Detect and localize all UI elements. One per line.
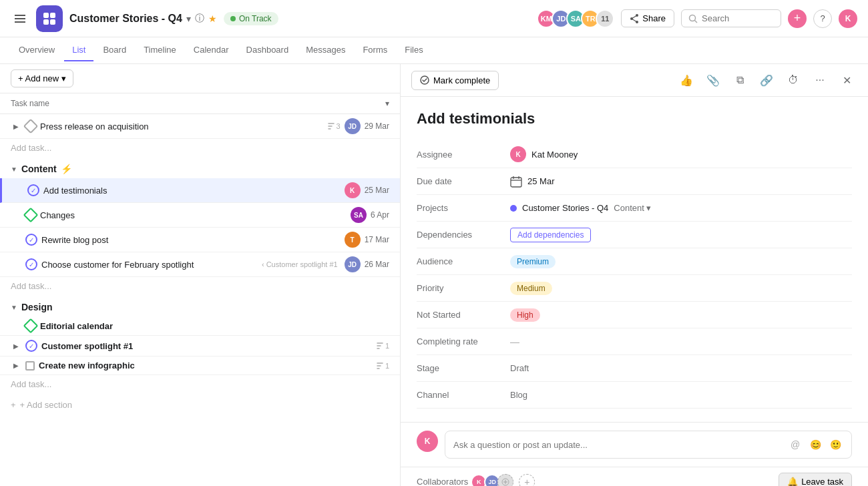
share-button[interactable]: Share [621, 9, 674, 27]
project-section[interactable]: Content ▾ [614, 203, 651, 213]
svg-rect-0 [15, 15, 25, 16]
tab-overview[interactable]: Overview [11, 39, 63, 61]
add-collaborator-button[interactable]: + [519, 474, 535, 487]
add-new-button[interactable]: + Add new ▾ [11, 69, 73, 87]
not-started-field: Not Started High [417, 302, 852, 328]
task-check-box[interactable] [25, 361, 35, 371]
tab-list[interactable]: List [64, 39, 93, 61]
tab-dashboard[interactable]: Dashboard [238, 39, 297, 61]
add-task-row[interactable]: Add task... [0, 139, 400, 157]
expand-icon[interactable]: ▶ [11, 362, 21, 369]
expand-icon[interactable]: ▶ [11, 342, 21, 350]
tab-board[interactable]: Board [95, 39, 134, 61]
close-button[interactable]: ✕ [836, 69, 857, 91]
task-check[interactable] [23, 119, 39, 134]
collaborators-row: Collaborators K JD + 🔔 Leave task [401, 467, 868, 486]
section-toggle[interactable]: ▼ [11, 166, 17, 173]
thumbs-up-button[interactable]: 👍 [676, 69, 697, 91]
add-dependencies-button[interactable]: Add dependencies [510, 228, 591, 242]
tab-timeline[interactable]: Timeline [136, 39, 184, 61]
more-button[interactable]: ··· [809, 69, 831, 91]
copy-button[interactable]: ⧉ [729, 69, 750, 91]
task-check[interactable] [27, 184, 39, 196]
add-section-button[interactable]: + + Add section [0, 393, 400, 417]
comment-input[interactable] [453, 440, 782, 450]
task-check-diamond[interactable] [23, 208, 39, 223]
tab-forms[interactable]: Forms [355, 39, 395, 61]
audience-field: Audience Premium [417, 248, 852, 275]
section-badge: ⚡ [61, 164, 72, 174]
not-started-label: Not Started [417, 310, 510, 320]
task-row[interactable]: ▶ Create new infographic 1 [0, 356, 400, 375]
link-button[interactable]: 🔗 [756, 69, 777, 91]
chevron-down-icon[interactable]: ▾ [186, 13, 191, 24]
projects-value[interactable]: Customer Stories - Q4 Content ▾ [510, 203, 852, 213]
expand-icon[interactable]: ▾ [385, 99, 389, 108]
hamburger-button[interactable] [11, 9, 29, 28]
tab-calendar[interactable]: Calendar [186, 39, 237, 61]
audience-value[interactable]: Premium [510, 255, 852, 268]
leave-task-button[interactable]: 🔔 Leave task [779, 473, 852, 486]
task-row[interactable]: Choose customer for February spotlight ‹… [0, 252, 400, 277]
search-box[interactable] [681, 9, 781, 27]
add-task-row-design[interactable]: Add task... [0, 375, 400, 393]
not-started-badge: High [510, 308, 540, 322]
section-title: Design [21, 302, 53, 312]
subtask-icon: 1 [376, 342, 389, 350]
task-assignee: SA [351, 207, 367, 223]
search-input[interactable] [702, 13, 769, 23]
task-check[interactable] [25, 234, 37, 246]
expand-icon[interactable]: ▶ [11, 123, 21, 130]
assignee-value[interactable]: K Kat Mooney [510, 146, 852, 162]
emoji-icon[interactable]: 😊 [807, 437, 823, 453]
task-date: 6 Apr [371, 210, 389, 220]
task-check[interactable] [25, 340, 37, 352]
section-toggle[interactable]: ▼ [11, 304, 17, 311]
main-content: + Add new ▾ Task name ▾ ▶ Press release … [0, 64, 868, 486]
task-check[interactable] [25, 258, 37, 270]
task-name: Add testimonials [43, 186, 341, 196]
mark-complete-button[interactable]: Mark complete [411, 71, 499, 90]
priority-badge: Medium [510, 282, 552, 295]
task-row[interactable]: ▶ Customer spotlight #1 1 [0, 336, 400, 356]
task-date: 25 Mar [365, 186, 389, 195]
task-row[interactable]: Add testimonials K 25 Mar [0, 178, 400, 203]
task-row[interactable]: Editorial calendar [0, 316, 400, 336]
at-icon[interactable]: @ [787, 437, 803, 453]
task-date: 17 Mar [365, 235, 389, 244]
task-name: Choose customer for February spotlight [41, 260, 258, 270]
status-label: On Track [239, 14, 272, 23]
add-task-row-content[interactable]: Add task... [0, 277, 400, 295]
tab-files[interactable]: Files [397, 39, 431, 61]
star-icon[interactable]: ★ [208, 13, 217, 24]
due-date-value[interactable]: 25 Mar [510, 176, 852, 188]
tab-messages[interactable]: Messages [298, 39, 353, 61]
section-header-content[interactable]: ▼ Content ⚡ [0, 157, 400, 178]
avatar-count[interactable]: 11 [596, 9, 614, 28]
channel-value[interactable]: Blog [510, 390, 852, 400]
section-header-design[interactable]: ▼ Design [0, 295, 400, 316]
stage-label: Stage [417, 363, 510, 373]
app-icon [36, 5, 63, 32]
add-button[interactable]: + [788, 9, 807, 28]
svg-rect-1 [15, 18, 25, 19]
help-button[interactable]: ? [813, 9, 832, 28]
not-started-value[interactable]: High [510, 308, 852, 322]
comment-input-box[interactable]: @ 😊 🙂 [445, 431, 852, 459]
task-row[interactable]: ▶ Press release on acquisition 3 JD 29 M… [0, 114, 400, 139]
task-row[interactable]: Changes SA 6 Apr [0, 203, 400, 228]
smiley-extra-icon[interactable]: 🙂 [827, 437, 843, 453]
stage-value[interactable]: Draft [510, 363, 852, 373]
collaborator-avatars: K JD [471, 474, 513, 487]
task-check-diamond[interactable] [23, 318, 39, 334]
project-dot [510, 205, 517, 212]
priority-value[interactable]: Medium [510, 282, 852, 295]
status-badge[interactable]: On Track [224, 12, 278, 25]
section-title: Content [21, 164, 57, 174]
user-avatar[interactable]: K [839, 9, 857, 28]
timer-button[interactable]: ⏱ [783, 69, 804, 91]
share-label: Share [642, 13, 666, 23]
info-icon[interactable]: ⓘ [195, 13, 204, 25]
attachment-button[interactable]: 📎 [702, 69, 724, 91]
task-row[interactable]: Rewrite blog post T 17 Mar [0, 228, 400, 252]
